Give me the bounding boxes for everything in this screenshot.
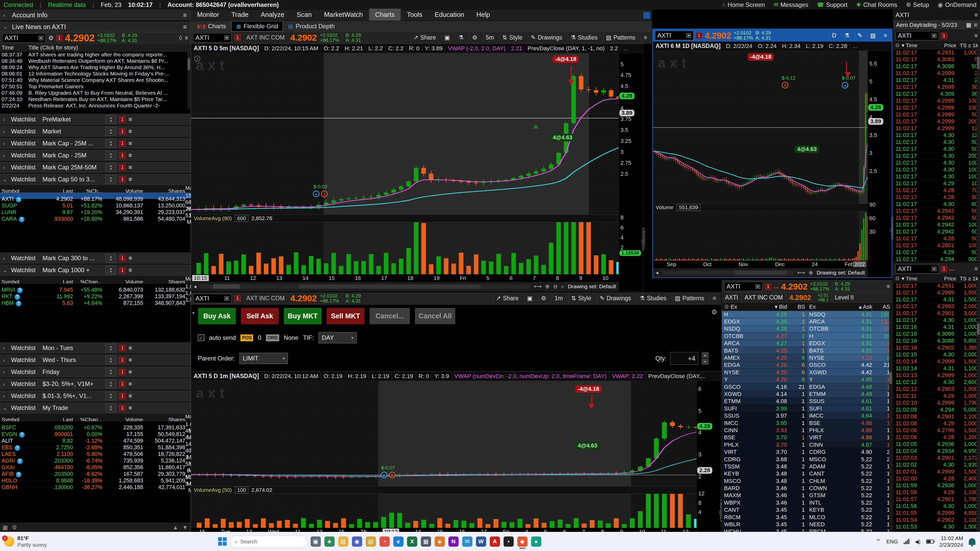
price-axis[interactable]: 54.754.54.2543.753.53.2532.752.54.283.89… (619, 53, 643, 291)
price-axis[interactable]: 654324.292.281284<millions> (697, 381, 721, 545)
news-symbol-select[interactable]: AXTI▾ (2, 33, 46, 43)
more-dots[interactable]: ... (949, 265, 954, 272)
ts-row[interactable]: 11:02:174.29992 (894, 70, 980, 77)
ts-row[interactable]: 11:02:164.29021,369 (894, 345, 980, 351)
watchlist-group-friday[interactable]: › Watchlist Friday ▲▼ 1 ≡ (0, 366, 190, 378)
ts-row[interactable]: 11:02:174.299950 (894, 111, 980, 118)
menu-icon[interactable]: ≡ (183, 11, 187, 19)
battery-icon[interactable] (926, 540, 934, 544)
sell-annotation[interactable]: -4@4.18 (575, 385, 602, 393)
taskbar-icon-browser2[interactable]: ● (531, 537, 541, 547)
right-chart-panel[interactable]: AXTI▾ 1 4.2902 +2.0102+88.17% B: 4.29A: … (652, 29, 892, 278)
timeframe-button[interactable]: D (829, 31, 839, 40)
menu-icon[interactable]: ≡ (128, 392, 132, 400)
buy-annotation[interactable]: 4@4.63 (794, 145, 819, 153)
subtab-charts[interactable]: ▮▯▮Charts (192, 21, 231, 31)
ts-column-headers[interactable]: ⚙ ▾ Time Price TS ≤ 1k (894, 41, 980, 49)
menu-icon[interactable]: ≡ (128, 254, 132, 262)
drawings-button[interactable]: ✎Drawings (597, 294, 634, 303)
menu-icon[interactable]: ≡ (641, 33, 650, 42)
trade-marker[interactable]: $-0.07 ▲$ (381, 465, 396, 478)
ts-row[interactable]: 11:02:174.294250 (894, 208, 980, 214)
ts-row[interactable]: 11:02:044.29344,950 (894, 448, 980, 454)
menu-icon[interactable]: ≡ (128, 356, 132, 364)
level2-row[interactable]: EDGA4.206 (722, 362, 807, 369)
link-badge[interactable]: 1 (119, 267, 125, 273)
ts-row[interactable]: 11:02:174.2870 (894, 187, 980, 194)
level2-row[interactable]: CANT5.221 (807, 470, 892, 478)
ts-row[interactable]: 11:02:174.299936 (894, 84, 980, 91)
taskbar-icon-plant-app[interactable]: ♣ (325, 537, 334, 547)
level2-row[interactable]: GTSM5.221 (807, 492, 892, 499)
level2-row[interactable]: GSCO4.1621 (722, 383, 807, 391)
magnifier-icon[interactable]: ⌕ (561, 283, 564, 289)
ts-scrollbar[interactable] (977, 283, 980, 532)
price-pane[interactable]: a x t -4@4.18 4@4.63 $-0.07 ▲$ (191, 381, 697, 486)
bottom-chart[interactable]: AXTI 5 D 1m [NASDAQ] D: 2/22/24, 10:12 A… (191, 372, 721, 545)
menu-tab-help[interactable]: Help (470, 9, 496, 21)
grid-icon[interactable]: ▦ (3, 524, 8, 531)
level2-row[interactable]: SUFI4.611 (807, 405, 892, 412)
gear-icon[interactable]: ⚙ (12, 524, 17, 531)
menu-icon[interactable]: ≡ (128, 128, 132, 135)
level2-row[interactable]: XGWD4.141 (722, 391, 807, 398)
level2-row[interactable]: CDRG3.681 (722, 456, 807, 463)
chart-symbol-select[interactable]: AXTI▾ (193, 33, 231, 42)
volume-pane[interactable] (653, 211, 867, 260)
watchlist-group-mark-cap-25m-50m[interactable]: › Watchlist Mark Cap 25M-50M ▲▼ 1 ≡ (0, 162, 190, 173)
link-badge[interactable]: 1 (119, 405, 125, 411)
watchlist-name[interactable]: $3-20, 5%+, V1M+ (38, 380, 102, 387)
watchlist-name[interactable]: Mark Cap 25M-50M (38, 164, 102, 171)
pan-icon[interactable]: ⟷ (797, 270, 805, 276)
menu-icon[interactable]: ≡ (128, 380, 132, 387)
level2-row[interactable]: XGWD4.421 (807, 369, 892, 376)
ts-row[interactable]: 11:02:174.311,500 (894, 296, 980, 303)
patterns-button[interactable]: ▨Patterns (603, 33, 638, 42)
stepper-control[interactable]: ▲▼ (105, 115, 116, 124)
notification-bell-icon[interactable] (969, 538, 975, 545)
menu-icon[interactable]: ≡ (886, 283, 890, 290)
ts-row[interactable]: 11:02:144.311,100 (894, 365, 980, 372)
ts-row[interactable]: 11:02:174.2850 (894, 235, 980, 242)
volume-pane[interactable] (191, 222, 619, 274)
patterns-button[interactable]: ▨ (867, 31, 878, 40)
chart-settings-button[interactable]: ⚙ (469, 33, 480, 42)
ts-row[interactable]: 11:01:544.29021,100 (894, 516, 980, 524)
menu-tab-monitor[interactable]: Monitor (191, 9, 225, 21)
taskbar-icon-mail[interactable]: ✉ (462, 537, 473, 547)
news-row[interactable]: 07:50:51Top Premarket Gainers (0, 83, 190, 90)
watchlist-group--3-20-5-v1m-[interactable]: › Watchlist $3-20, 5%+, V1M+ ▲▼ 1 ≡ (0, 378, 190, 389)
home-screen-button[interactable]: ⌂Home Screen (722, 1, 765, 8)
level2-row[interactable]: Y4.206 (722, 376, 807, 383)
ts-row[interactable]: 11:01:534.301,500 (894, 524, 980, 530)
taskbar-icon-teams[interactable]: ◉ (352, 537, 362, 547)
level2-row[interactable]: EDGX4.312 (807, 340, 892, 347)
ts-row[interactable]: 11:02:144.29991,500 (894, 358, 980, 365)
drawings-button[interactable]: ✎ (855, 31, 865, 40)
menu-icon[interactable]: ≡ (974, 12, 978, 18)
pan-icon[interactable]: ⟷ (534, 283, 542, 289)
tag-icon[interactable]: ◊ (179, 34, 182, 42)
level2-row[interactable]: ARCA4.31132 (807, 318, 892, 325)
start-button[interactable] (218, 537, 227, 546)
ts-row[interactable]: 11:01:574.29011,790 (894, 496, 980, 503)
ondemand-button[interactable]: ◉OnDemand (938, 1, 977, 8)
info-icon[interactable]: i (194, 56, 200, 62)
chat-rooms-button[interactable]: ❖Chat Rooms (856, 1, 897, 8)
level2-row[interactable]: WCHV3.451 (722, 528, 807, 532)
buy-ask-button[interactable]: Buy Ask (198, 308, 236, 324)
watchlist-name[interactable]: Mark Cap 1000 + (38, 267, 102, 274)
ts-row[interactable]: 11:02:174.312 (894, 77, 980, 84)
buy-mkt-button[interactable]: Buy MKT (283, 308, 322, 324)
watchlist-group-market[interactable]: › Watchlist Market ▲▼ 1 ≡ (0, 126, 190, 137)
timeframe-button[interactable]: 5m (483, 33, 496, 42)
drawing-set-label[interactable]: Drawing set: Default (817, 270, 865, 276)
menu-icon[interactable]: ≡ (710, 294, 719, 303)
watchlist-group-mark-cap-50-to-3-[interactable]: ⌄ Watchlist Mark Cap 50 to 3... ▲▼ 1 ≡ (0, 174, 190, 185)
candle-type-button[interactable]: ⚗ (842, 31, 852, 40)
chart-settings-button[interactable]: ⚙ (538, 294, 549, 303)
ts-row[interactable]: 11:02:174.30200 (894, 152, 980, 159)
chart-scrollbar[interactable] (200, 284, 530, 289)
watchlist-name[interactable]: Mark Cap 50 to 3... (38, 176, 102, 183)
ts-row[interactable]: 11:02:174.29311,000 (894, 283, 980, 289)
